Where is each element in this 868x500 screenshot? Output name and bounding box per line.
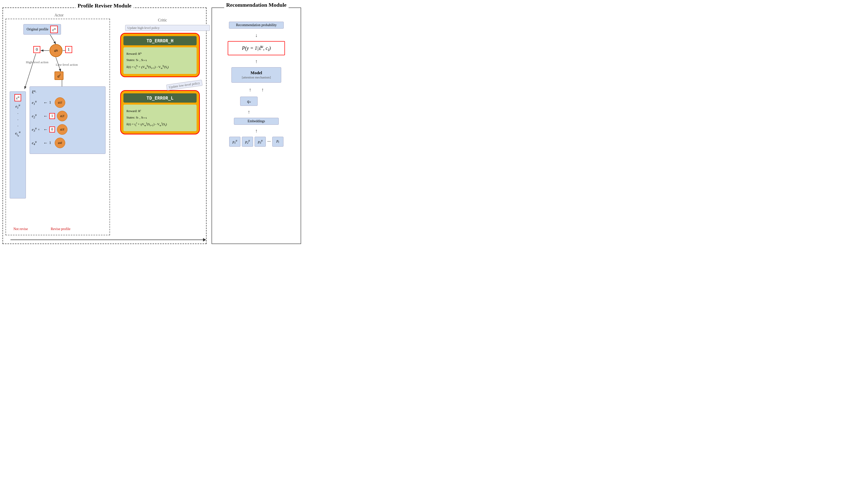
rec-prob-label: Recommendation probability bbox=[229, 22, 284, 29]
qu-arrows-row: ↑ ↑ bbox=[249, 87, 264, 93]
formula-box: P(y = 1|ε̂u, ci) bbox=[228, 41, 285, 55]
model-title: Model bbox=[235, 70, 278, 76]
td-l-states: States: Sₜ , Sₜ₊₁ bbox=[126, 115, 193, 120]
model-box: Model [attention mechanism] bbox=[232, 67, 281, 83]
critic-section: Critic Update high-level policy TD_ERROR… bbox=[120, 18, 205, 135]
dot3: · bbox=[17, 124, 19, 128]
al-box: al bbox=[55, 71, 63, 80]
arrow-down-1: ↓ bbox=[255, 33, 258, 37]
td-error-h-box: TD_ERROR_H Reward: Rʰ States: Sₜ , Sₜ₊₁ … bbox=[120, 33, 200, 77]
p2u-box: p2u bbox=[242, 137, 253, 147]
td-h-reward: Reward: Rʰ bbox=[126, 51, 193, 57]
e1u-label: e1u bbox=[32, 100, 42, 106]
box-1-right: 1 bbox=[65, 46, 72, 53]
profile-reviser-module: Profile Reviser Module Actor bbox=[2, 8, 207, 244]
revise-row-4: e4u ← 1 a4l bbox=[32, 138, 103, 148]
arrow-4: ← bbox=[43, 140, 48, 146]
arrow-2: ← bbox=[43, 114, 48, 119]
arrow-down-3: ↑ bbox=[248, 109, 250, 114]
arrow-3: ← bbox=[43, 127, 48, 132]
actor-label: Actor bbox=[5, 13, 113, 18]
pi-box: pi bbox=[272, 137, 283, 147]
dots-separator: ··· bbox=[267, 137, 271, 147]
epsilon-u-col-top: εu bbox=[14, 94, 21, 101]
td-error-h-content: Reward: Rʰ States: Sₜ , Sₜ₊₁ δ(t) = rth … bbox=[124, 47, 197, 74]
td-l-reward: Reward: Rˡ bbox=[126, 108, 193, 114]
td-error-l-box: TD_ERROR_L Reward: Rˡ States: Sₜ , Sₜ₊₁ … bbox=[120, 90, 200, 135]
qu-box: qᵤ bbox=[240, 96, 258, 106]
a3l-circle: a3l bbox=[57, 124, 68, 135]
arrow-down-4: ↑ bbox=[255, 128, 258, 133]
recommendation-module-title: Recommendation Module bbox=[224, 2, 289, 8]
qu-container: qᵤ bbox=[240, 95, 258, 108]
revise-row-3: e3u × ← 0 a3l bbox=[32, 124, 103, 135]
epsilon-u-box: εu bbox=[50, 26, 58, 33]
update-hl-policy-label: Update high-level policy bbox=[125, 25, 210, 31]
actor-section: Actor bbox=[5, 13, 113, 237]
action-num-1b: 1 bbox=[49, 141, 53, 145]
e3u-label: e3u × bbox=[32, 126, 42, 133]
etu-col: etuu bbox=[15, 130, 21, 137]
e4u-label: e4u bbox=[32, 140, 42, 146]
update-ll-policy-label: Update low-level policy bbox=[166, 80, 202, 91]
revise-row-2: e2u ← 1 a2l bbox=[32, 111, 103, 121]
not-revise-label: Not revise bbox=[13, 227, 28, 231]
actor-inner-box: Original profile εu ah 0 1 High-level ac… bbox=[5, 19, 110, 235]
svg-line-4 bbox=[25, 54, 36, 89]
td-error-l-content: Reward: Rˡ States: Sₜ , Sₜ₊₁ δ(t) = rtl … bbox=[124, 105, 197, 131]
p1u-box: p1u bbox=[229, 137, 241, 147]
td-error-h-title: TD_ERROR_H bbox=[124, 36, 197, 45]
dot1: · bbox=[17, 112, 19, 116]
critic-label: Critic bbox=[120, 18, 205, 22]
action-box-0: 0 bbox=[49, 126, 55, 133]
revise-profile-label: Revise profile bbox=[51, 227, 70, 231]
a2l-circle: a2l bbox=[57, 111, 68, 121]
recommendation-module: Recommendation Module Recommendation pro… bbox=[212, 8, 301, 248]
high-level-action-label: High-level action bbox=[26, 60, 48, 64]
td-h-delta: δ(t) = rth + γVwh(St+1) - Vwh(St) bbox=[126, 64, 193, 70]
e2u-label: e2u bbox=[32, 113, 42, 119]
td-h-states: States: Sₜ , Sₜ₊₁ bbox=[126, 57, 193, 63]
original-profile-box: Original profile εu bbox=[23, 24, 61, 35]
p3u-box: p3u bbox=[255, 137, 266, 147]
original-profile-text: Original profile bbox=[27, 27, 48, 31]
embeddings-label: Embeddings bbox=[234, 118, 279, 125]
revise-profile-area: ε̂u· e1u ← 1 a1l e2u ← 1 a2l bbox=[30, 87, 106, 154]
a4l-circle: a4l bbox=[55, 138, 65, 148]
revise-hat-label: ε̂u· bbox=[32, 89, 103, 94]
box-0: 0 bbox=[33, 46, 40, 53]
revise-row-1: e1u ← 1 a1l bbox=[32, 98, 103, 108]
arrow-down-2: ↑ bbox=[255, 59, 258, 64]
a1l-circle: a1l bbox=[55, 98, 65, 108]
dot2: · bbox=[17, 118, 19, 122]
rec-border: Recommendation Module Recommendation pro… bbox=[212, 8, 301, 244]
arrow-up-qu: ↑ bbox=[249, 87, 251, 92]
bottom-arrow-line bbox=[10, 240, 203, 240]
action-box-1: 1 bbox=[49, 113, 55, 119]
profile-reviser-title: Profile Reviser Module bbox=[76, 2, 134, 9]
p-boxes-row: p1u p2u p3u ··· pi bbox=[229, 137, 283, 147]
low-level-action-label: Low-level action bbox=[56, 63, 78, 67]
arrow-up-right: ↑ bbox=[261, 87, 264, 92]
rec-content: Recommendation probability ↓ P(y = 1|ε̂u… bbox=[214, 12, 298, 147]
bottom-arrow-head bbox=[203, 238, 206, 241]
svg-line-0 bbox=[49, 34, 56, 44]
main-container: Profile Reviser Module Actor bbox=[0, 0, 434, 250]
ah-circle: ah bbox=[49, 44, 62, 57]
e1u-col: e1u bbox=[15, 103, 20, 110]
bottom-arrow bbox=[10, 237, 206, 242]
action-num-1: 1 bbox=[49, 101, 53, 105]
model-sub: [attention mechanism] bbox=[235, 76, 278, 79]
epsilon-column: εu e1u · · · etuu bbox=[10, 91, 26, 198]
td-l-delta: δ(t) = rtl + γVwl(St+1) - Vwl(St) bbox=[126, 121, 193, 128]
arrow-1: ← bbox=[43, 100, 48, 105]
td-error-l-title: TD_ERROR_L bbox=[124, 93, 197, 103]
